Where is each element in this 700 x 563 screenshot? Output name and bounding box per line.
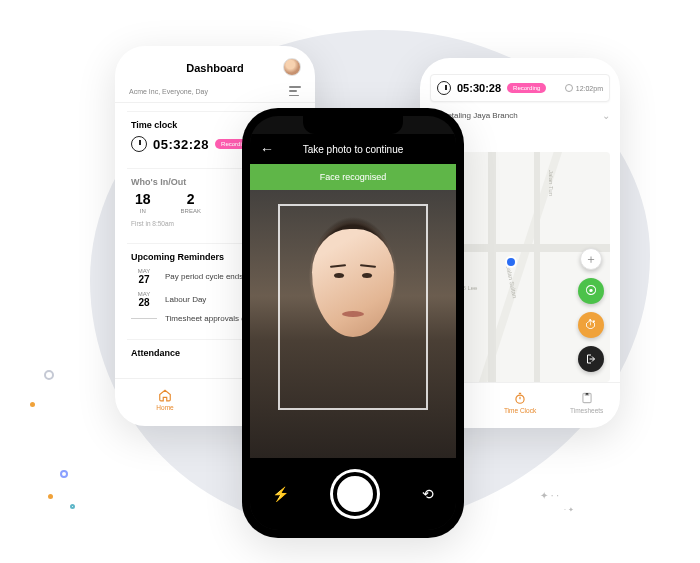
- filter-text[interactable]: Acme Inc, Everyone, Day: [129, 88, 208, 95]
- stat-in-count: 18: [135, 191, 151, 207]
- end-time: 12:02pm: [576, 85, 603, 92]
- clock-icon: [437, 81, 451, 95]
- camera-title: Take photo to continue: [303, 144, 404, 155]
- svg-point-1: [516, 395, 524, 403]
- road-label: 8 Lee: [462, 285, 477, 291]
- zoom-in-button[interactable]: ＋: [580, 248, 602, 270]
- filter-icon[interactable]: [289, 86, 301, 96]
- face-frame: [278, 204, 428, 410]
- check-in-button[interactable]: ⦿: [578, 278, 604, 304]
- time-clock-value: 05:30:28: [457, 82, 501, 94]
- page-title: Dashboard: [186, 62, 243, 74]
- shutter-button[interactable]: [333, 472, 377, 516]
- deco-sparkle: ✦ · ·: [540, 490, 559, 501]
- exit-icon: [585, 353, 597, 365]
- current-location-marker: [507, 258, 515, 266]
- phone-notch: [303, 116, 403, 134]
- clock-out-button[interactable]: [578, 346, 604, 372]
- deco-dot: [30, 402, 35, 407]
- nav-time-clock[interactable]: Time Clock: [487, 383, 554, 422]
- phone-camera: ← Take photo to continue Face recognised…: [242, 108, 464, 538]
- back-icon[interactable]: ←: [260, 141, 274, 157]
- switch-camera-icon[interactable]: ⟲: [422, 486, 434, 502]
- stat-in-label: IN: [135, 208, 151, 214]
- home-icon: [158, 388, 172, 402]
- deco-dot: [44, 370, 54, 380]
- who-label: Who's In/Out: [131, 177, 186, 187]
- deco-dot: [48, 494, 53, 499]
- nav-timesheets[interactable]: Timesheets: [553, 383, 620, 422]
- stat-break-count: 2: [181, 191, 201, 207]
- time-clock-card: 05:30:28 Recording 12:02pm: [430, 74, 610, 102]
- clock-icon: [131, 136, 147, 152]
- avatar[interactable]: [283, 58, 301, 76]
- road-label: Jalan Tun: [548, 170, 554, 196]
- deco-dot: [70, 504, 75, 509]
- time-clock-value: 05:32:28: [153, 137, 209, 152]
- timesheet-icon: [580, 391, 594, 405]
- reminder-text: Labour Day: [165, 295, 206, 304]
- stat-break-label: BREAK: [181, 208, 201, 214]
- chevron-down-icon: ⌄: [602, 110, 610, 121]
- nav-home[interactable]: Home: [115, 379, 215, 420]
- break-button[interactable]: ⏱: [578, 312, 604, 338]
- deco-dot: [60, 470, 68, 478]
- deco-sparkle: · ✦: [564, 506, 574, 514]
- flash-icon[interactable]: ⚡: [272, 486, 289, 502]
- stopwatch-icon: [513, 391, 527, 405]
- reminder-text: Pay period cycle ends in: [165, 272, 252, 281]
- status-badge: Recording: [507, 83, 546, 93]
- location-selector[interactable]: ● Petaling Jaya Branch ⌄: [430, 110, 610, 121]
- clock-icon: [565, 84, 573, 92]
- status-banner: Face recognised: [250, 164, 456, 190]
